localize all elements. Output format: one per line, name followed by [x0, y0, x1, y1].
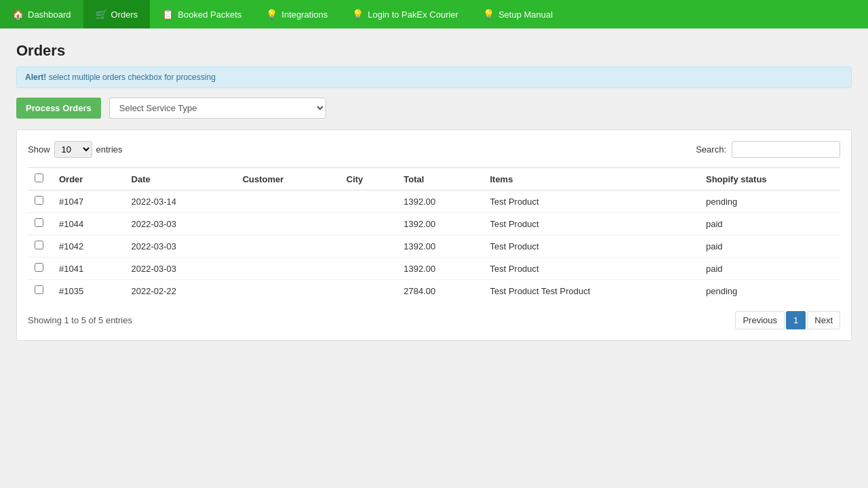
cell-date: 2022-03-03: [125, 235, 236, 258]
pagination-next[interactable]: Next: [807, 311, 840, 329]
nav-label-orders: Orders: [111, 9, 138, 20]
home-icon: 🏠: [12, 9, 24, 20]
nav-item-orders[interactable]: 🛒 Orders: [83, 0, 151, 28]
col-header-customer: Customer: [236, 168, 340, 190]
cell-total: 1392.00: [397, 213, 483, 235]
cell-city: [340, 235, 397, 258]
orders-table: Order Date Customer City Total Items Sho…: [28, 167, 840, 302]
row-checkbox-4[interactable]: [35, 285, 43, 294]
controls-bar: Process Orders Select Service Type: [16, 98, 852, 119]
row-checkbox-3[interactable]: [35, 263, 43, 272]
row-checkbox-cell: [28, 190, 52, 213]
nav-label-login-pakex: Login to PakEx Courier: [368, 9, 458, 20]
cell-total: 1392.00: [397, 190, 483, 213]
row-checkbox-cell: [28, 280, 52, 302]
main-content: Orders Alert! select multiple orders che…: [0, 28, 868, 354]
row-checkbox-1[interactable]: [35, 218, 43, 227]
pagination-previous[interactable]: Previous: [735, 311, 785, 329]
clipboard-icon: 📋: [162, 9, 174, 20]
col-header-checkbox: [28, 168, 52, 190]
show-entries-control: Show 10 25 50 100 entries: [28, 141, 123, 158]
nav-label-integrations: Integrations: [281, 9, 328, 20]
cell-city: [340, 190, 397, 213]
select-all-checkbox[interactable]: [35, 174, 43, 182]
search-label: Search:: [696, 144, 726, 155]
cell-city: [340, 258, 397, 280]
cell-total: 1392.00: [397, 258, 483, 280]
nav-item-integrations[interactable]: 💡 Integrations: [254, 0, 340, 28]
nav-item-booked-packets[interactable]: 📋 Booked Packets: [150, 0, 254, 28]
cell-customer: [236, 213, 340, 235]
cell-customer: [236, 190, 340, 213]
nav-item-login-pakex[interactable]: 💡 Login to PakEx Courier: [340, 0, 471, 28]
cell-order: #1047: [52, 190, 125, 213]
col-header-date: Date: [125, 168, 236, 190]
col-header-order: Order: [52, 168, 125, 190]
cell-order: #1035: [52, 280, 125, 302]
cell-shopify-status: paid: [699, 258, 840, 280]
show-label: Show: [28, 144, 50, 155]
pagination: Previous 1 Next: [735, 311, 840, 329]
page-title: Orders: [16, 42, 852, 60]
cell-order: #1042: [52, 235, 125, 258]
cell-shopify-status: pending: [699, 280, 840, 302]
alert-prefix: Alert!: [25, 73, 46, 82]
nav-item-setup-manual[interactable]: 💡 Setup Manual: [471, 0, 565, 28]
cell-shopify-status: paid: [699, 235, 840, 258]
nav-item-dashboard[interactable]: 🏠 Dashboard: [0, 0, 83, 28]
cell-items: Test Product Test Product: [483, 280, 699, 302]
row-checkbox-0[interactable]: [35, 196, 43, 205]
search-input[interactable]: [732, 141, 840, 158]
cell-date: 2022-03-03: [125, 213, 236, 235]
cell-customer: [236, 258, 340, 280]
main-nav: 🏠 Dashboard 🛒 Orders 📋 Booked Packets 💡 …: [0, 0, 868, 28]
table-header-row: Order Date Customer City Total Items Sho…: [28, 168, 840, 190]
row-checkbox-2[interactable]: [35, 241, 43, 249]
table-row: #1042 2022-03-03 1392.00 Test Product pa…: [28, 235, 840, 258]
table-controls: Show 10 25 50 100 entries Search:: [28, 141, 840, 158]
row-checkbox-cell: [28, 213, 52, 235]
cell-order: #1041: [52, 258, 125, 280]
alert-banner: Alert! select multiple orders checkbox f…: [16, 66, 852, 88]
service-type-select[interactable]: Select Service Type: [109, 98, 326, 119]
nav-label-booked-packets: Booked Packets: [178, 9, 241, 20]
row-checkbox-cell: [28, 235, 52, 258]
table-body: #1047 2022-03-14 1392.00 Test Product pe…: [28, 190, 840, 302]
cell-items: Test Product: [483, 258, 699, 280]
cell-items: Test Product: [483, 235, 699, 258]
entries-count-select[interactable]: 10 25 50 100: [54, 141, 92, 158]
cell-city: [340, 213, 397, 235]
pagination-page-1[interactable]: 1: [786, 311, 806, 329]
col-header-items: Items: [483, 168, 699, 190]
table-row: #1035 2022-02-22 2784.00 Test Product Te…: [28, 280, 840, 302]
table-row: #1047 2022-03-14 1392.00 Test Product pe…: [28, 190, 840, 213]
manual-icon: 💡: [483, 9, 494, 20]
nav-label-dashboard: Dashboard: [28, 9, 71, 20]
entries-label: entries: [96, 144, 123, 155]
cell-date: 2022-02-22: [125, 280, 236, 302]
cell-total: 1392.00: [397, 235, 483, 258]
cell-customer: [236, 280, 340, 302]
nav-label-setup-manual: Setup Manual: [498, 9, 553, 20]
cell-items: Test Product: [483, 190, 699, 213]
cell-date: 2022-03-14: [125, 190, 236, 213]
orders-table-wrapper: Show 10 25 50 100 entries Search:: [16, 129, 852, 341]
col-header-city: City: [340, 168, 397, 190]
cell-date: 2022-03-03: [125, 258, 236, 280]
login-icon: 💡: [352, 9, 363, 20]
table-row: #1044 2022-03-03 1392.00 Test Product pa…: [28, 213, 840, 235]
table-footer: Showing 1 to 5 of 5 entries Previous 1 N…: [28, 311, 840, 329]
col-header-total: Total: [397, 168, 483, 190]
entries-info: Showing 1 to 5 of 5 entries: [28, 315, 132, 325]
cell-city: [340, 280, 397, 302]
row-checkbox-cell: [28, 258, 52, 280]
cell-shopify-status: pending: [699, 190, 840, 213]
cell-shopify-status: paid: [699, 213, 840, 235]
col-header-shopify-status: Shopify status: [699, 168, 840, 190]
cell-items: Test Product: [483, 213, 699, 235]
process-orders-button[interactable]: Process Orders: [16, 98, 101, 119]
search-box: Search:: [696, 141, 840, 158]
alert-message: select multiple orders checkbox for proc…: [49, 73, 216, 82]
cart-icon: 🛒: [96, 9, 107, 20]
table-row: #1041 2022-03-03 1392.00 Test Product pa…: [28, 258, 840, 280]
